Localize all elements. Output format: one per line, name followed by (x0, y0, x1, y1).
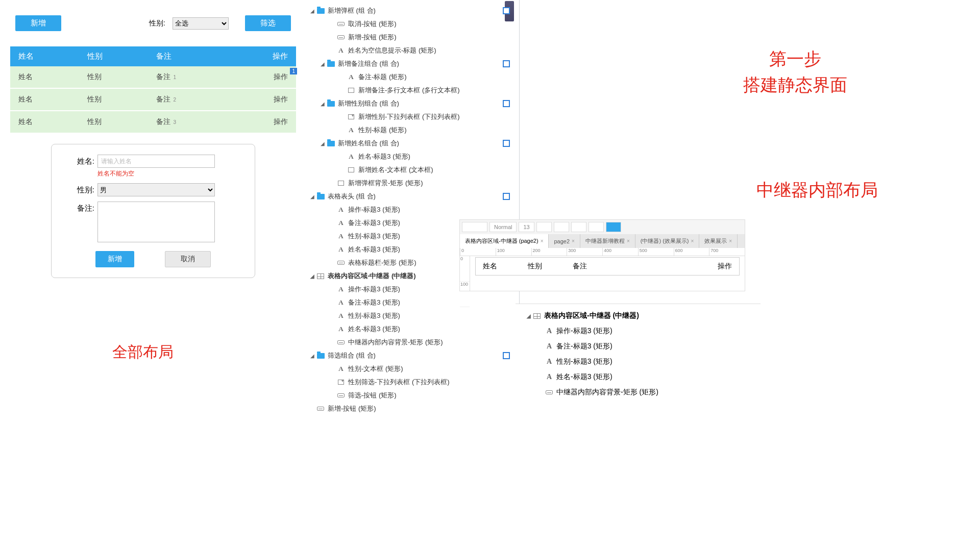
tab[interactable]: 表格内容区域-中继器 (page2)× (460, 234, 549, 248)
visibility-toggle[interactable] (503, 100, 510, 107)
text-icon: A (337, 233, 345, 240)
filter-button[interactable]: 筛选 (245, 15, 291, 31)
text-icon: A (337, 206, 345, 213)
table-row: 姓名性别 备注3 操作 (10, 111, 296, 133)
tree-node[interactable]: 筛选-按钮 (矩形) (305, 389, 519, 402)
tree-node[interactable]: 中继器内部内容背景-矩形 (矩形) (516, 385, 761, 400)
name-field-label: 姓名: (64, 155, 94, 166)
tree-node[interactable]: A性别-标题3 (矩形) (305, 309, 519, 322)
visibility-toggle[interactable] (503, 7, 510, 14)
tree-node[interactable]: ◢表格表头 (组 合) (305, 190, 519, 203)
table-row: 姓名性别 备注2 操作 (10, 88, 296, 111)
close-icon[interactable]: × (729, 238, 732, 244)
ruler-horizontal: 0100200300400500600700 (460, 248, 745, 256)
remark-textarea[interactable] (97, 202, 215, 242)
tree-node[interactable]: A备注-标题3 (矩形) (516, 339, 761, 354)
tree-node[interactable]: A操作-标题3 (矩形) (516, 323, 761, 339)
form-add-button[interactable]: 新增 (95, 251, 134, 267)
col-remark: 备注 (148, 46, 228, 66)
tree-node[interactable]: 新增弹框背景-矩形 (矩形) (305, 177, 519, 190)
close-icon[interactable]: × (572, 238, 575, 244)
tree-node[interactable]: A备注-标题 (矩形) (305, 70, 519, 84)
rect-icon (337, 261, 345, 265)
textbox-icon (348, 167, 354, 172)
tree-node[interactable]: ◢新增性别组合 (组 合) (305, 97, 519, 110)
tree-node[interactable]: 取消-按钮 (矩形) (305, 17, 519, 31)
add-button[interactable]: 新增 (15, 15, 61, 31)
editor-panel: Normal 13 表格内容区域-中继器 (page2)× page2× 中继器… (459, 219, 745, 291)
visibility-toggle[interactable] (503, 60, 510, 67)
tree-node[interactable]: A性别-标题 (矩形) (305, 123, 519, 137)
cell-ops: 操作 (718, 262, 732, 271)
gender-form-select[interactable]: 男 (97, 183, 215, 196)
tree-node[interactable]: 新增-按钮 (矩形) (305, 31, 519, 44)
tree-node[interactable]: A姓名为空信息提示-标题 (矩形) (305, 44, 519, 57)
tree-node[interactable]: ◢新增姓名组合 (组 合) (305, 137, 519, 150)
close-icon[interactable]: × (627, 238, 630, 244)
tab[interactable]: (中继器) (效果展示)× (635, 234, 700, 248)
tree-node[interactable]: A备注-标题3 (矩形) (305, 296, 519, 309)
tab[interactable]: page2× (549, 234, 580, 248)
tree-node[interactable]: A性别-文本框 (矩形) (305, 362, 519, 375)
text-icon: A (337, 299, 345, 306)
text-icon: A (337, 47, 345, 54)
text-icon: A (545, 328, 553, 335)
text-icon: A (337, 365, 345, 372)
tree-node[interactable]: 中继器内部内容背景-矩形 (矩形) (305, 336, 519, 349)
text-icon: A (545, 343, 553, 350)
repeater-row[interactable]: 姓名 性别 备注 操作 (475, 257, 740, 276)
visibility-toggle[interactable] (503, 352, 510, 359)
tree-node[interactable]: 新增性别-下拉列表框 (下拉列表框) (305, 110, 519, 123)
tree-node[interactable]: 新增-按钮 (矩形) (305, 402, 519, 415)
gender-select[interactable]: 全选 (173, 17, 229, 30)
cell-gender: 性别 (528, 262, 542, 271)
text-icon: A (347, 153, 355, 160)
rect-icon (338, 181, 344, 186)
font-size-select[interactable]: 13 (519, 222, 534, 232)
visibility-toggle[interactable] (503, 193, 510, 200)
tree-node[interactable]: A姓名-标题3 (矩形) (305, 150, 519, 163)
gender-label: 性别: (149, 19, 165, 28)
cell-remark: 备注 (573, 262, 587, 271)
font-style-select[interactable]: Normal (489, 222, 517, 232)
repeater-icon (533, 313, 541, 319)
dropdown-icon (338, 380, 344, 385)
tree-node[interactable]: ◢表格内容区域-中继器 (中继器) (516, 308, 761, 323)
editor-tabs: 表格内容区域-中继器 (page2)× page2× 中继器新增教程× (中继器… (460, 234, 745, 248)
folder-icon (317, 8, 325, 14)
text-icon: A (337, 246, 345, 253)
caption-full-layout: 全部布局 (112, 342, 174, 363)
form-cancel-button[interactable]: 取消 (165, 251, 211, 267)
rect-icon (546, 390, 553, 394)
tab[interactable]: 效果展示× (699, 234, 738, 248)
text-icon: A (545, 373, 553, 381)
tree-node[interactable]: 性别筛选-下拉列表框 (下拉列表框) (305, 375, 519, 389)
close-icon[interactable]: × (541, 238, 544, 244)
tab[interactable]: 中继器新增教程× (580, 234, 635, 248)
toolbar: 新增 性别: 全选 筛选 (10, 5, 296, 41)
editor-toolbar: Normal 13 (460, 220, 745, 234)
name-error: 姓名不能为空 (97, 169, 242, 178)
button-icon (337, 35, 345, 39)
button-icon (337, 393, 345, 397)
text-icon: A (337, 286, 345, 293)
editor-canvas[interactable]: 0100 姓名 性别 备注 操作 (460, 256, 745, 291)
folder-icon (317, 353, 325, 359)
tree-node[interactable]: 新增备注-多行文本框 (多行文本框) (305, 84, 519, 97)
tree-node[interactable]: A姓名-标题3 (矩形) (516, 369, 761, 385)
remark-field-label: 备注: (64, 202, 94, 213)
tree-node[interactable]: ◢新增弹框 (组 合) (305, 4, 519, 17)
name-input[interactable] (97, 155, 215, 168)
tree-node[interactable]: A姓名-标题3 (矩形) (305, 322, 519, 336)
close-icon[interactable]: × (691, 238, 694, 244)
tree-node[interactable]: A操作-标题3 (矩形) (305, 203, 519, 216)
rect-icon (337, 340, 345, 344)
visibility-toggle[interactable] (503, 140, 510, 147)
caption-step1: 第一步搭建静态界面 (743, 46, 847, 98)
tree-node[interactable]: A性别-标题3 (矩形) (516, 354, 761, 369)
tree-node[interactable]: ◢新增备注组合 (组 合) (305, 57, 519, 70)
tree-node[interactable]: ◢筛选组合 (组 合) (305, 349, 519, 362)
table-row: 姓名性别 备注1 操作 (10, 66, 296, 88)
tree-node[interactable]: 新增姓名-文本框 (文本框) (305, 163, 519, 177)
ruler-vertical: 0100 (460, 256, 470, 291)
